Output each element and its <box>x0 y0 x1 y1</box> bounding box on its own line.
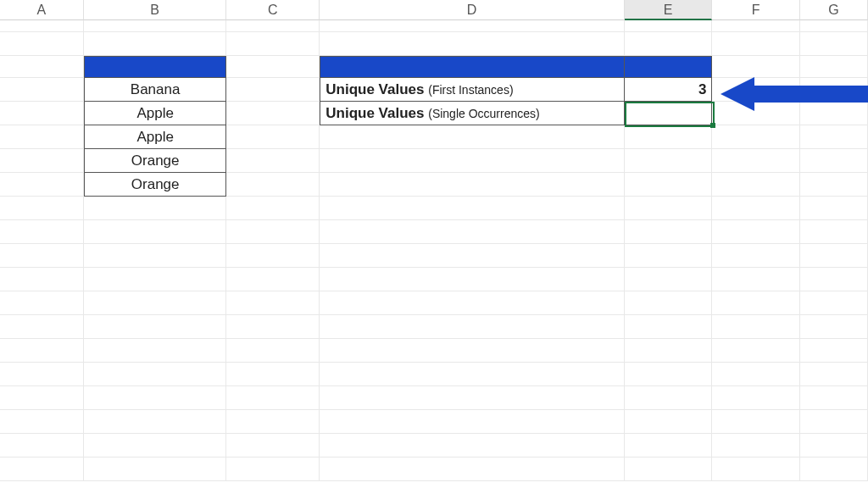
list-header[interactable] <box>84 56 227 78</box>
cell-A2[interactable] <box>0 32 84 56</box>
row-8: Orange <box>0 173 868 197</box>
cell-G7[interactable] <box>800 149 868 173</box>
cell-A8[interactable] <box>0 173 84 197</box>
row-4: Banana Unique Values (First Instances) 3 <box>0 78 868 102</box>
cell-F6[interactable] <box>712 125 800 149</box>
summary-row2-label[interactable]: Unique Values (Single Occurrences) <box>320 102 624 125</box>
row-16 <box>0 363 868 386</box>
cell-E6[interactable] <box>625 125 713 149</box>
row-2 <box>0 32 868 56</box>
row-13 <box>0 291 868 315</box>
cell-C1[interactable] <box>226 20 320 32</box>
cell-D6[interactable] <box>320 125 624 149</box>
col-header-B[interactable]: B <box>84 0 227 20</box>
row-11 <box>0 244 868 268</box>
cell-D2[interactable] <box>320 32 624 56</box>
cell-C6[interactable] <box>226 125 320 149</box>
cell-A4[interactable] <box>0 78 84 102</box>
summary-row1-label[interactable]: Unique Values (First Instances) <box>320 78 624 102</box>
cell-A1[interactable] <box>0 20 84 32</box>
list-item[interactable]: Banana <box>84 78 227 102</box>
cell-D1[interactable] <box>320 20 624 32</box>
row-6: Apple <box>0 125 868 149</box>
cell-E7[interactable] <box>625 149 713 173</box>
label-bold: Unique Values <box>326 105 428 121</box>
col-header-D[interactable]: D <box>320 0 624 20</box>
column-headers: A B C D E F G <box>0 0 868 20</box>
cell-F1[interactable] <box>712 20 800 32</box>
label-small: (First Instances) <box>428 83 513 97</box>
summary-header-E[interactable] <box>625 56 713 78</box>
cell-F5[interactable] <box>712 102 800 125</box>
cell-C2[interactable] <box>226 32 320 56</box>
row-14 <box>0 315 868 339</box>
list-item[interactable]: Orange <box>84 173 227 197</box>
spreadsheet-grid[interactable]: A B C D E F G <box>0 0 868 488</box>
cell-C3[interactable] <box>226 56 320 78</box>
cell-E1[interactable] <box>625 20 713 32</box>
row-7: Orange <box>0 149 868 173</box>
row-3 <box>0 56 868 78</box>
col-header-E[interactable]: E <box>625 0 713 20</box>
cell-C5[interactable] <box>226 102 320 125</box>
list-item[interactable]: Orange <box>84 149 227 173</box>
col-header-G[interactable]: G <box>800 0 868 20</box>
cells-area: Banana Unique Values (First Instances) 3… <box>0 20 868 481</box>
row-18 <box>0 410 868 434</box>
cell-G1[interactable] <box>800 20 868 32</box>
row-20 <box>0 458 868 481</box>
row-12 <box>0 268 868 291</box>
cell-G4[interactable] <box>800 78 868 102</box>
cell-F8[interactable] <box>712 173 800 197</box>
cell-F4[interactable] <box>712 78 800 102</box>
cell-C7[interactable] <box>226 149 320 173</box>
summary-row1-value[interactable]: 3 <box>625 78 713 102</box>
cell-G5[interactable] <box>800 102 868 125</box>
cell-A5[interactable] <box>0 102 84 125</box>
col-header-F[interactable]: F <box>712 0 800 20</box>
cell-G6[interactable] <box>800 125 868 149</box>
row-17 <box>0 386 868 410</box>
cell-B2[interactable] <box>84 32 227 56</box>
label-bold: Unique Values <box>326 81 428 97</box>
summary-row2-value[interactable] <box>625 102 713 125</box>
col-header-A[interactable]: A <box>0 0 84 20</box>
cell-D8[interactable] <box>320 173 624 197</box>
row-10 <box>0 220 868 244</box>
cell-F7[interactable] <box>712 149 800 173</box>
cell-E2[interactable] <box>625 32 713 56</box>
cell-C8[interactable] <box>226 173 320 197</box>
row-1 <box>0 20 868 32</box>
list-item[interactable]: Apple <box>84 125 227 149</box>
cell-A7[interactable] <box>0 149 84 173</box>
row-15 <box>0 339 868 363</box>
row-5: Apple Unique Values (Single Occurrences) <box>0 102 868 125</box>
cell-F2[interactable] <box>712 32 800 56</box>
cell-A3[interactable] <box>0 56 84 78</box>
cell-B1[interactable] <box>84 20 227 32</box>
list-item[interactable]: Apple <box>84 102 227 125</box>
cell-G2[interactable] <box>800 32 868 56</box>
row-19 <box>0 434 868 458</box>
cell-G8[interactable] <box>800 173 868 197</box>
label-small: (Single Occurrences) <box>428 107 540 120</box>
summary-header-D[interactable] <box>320 56 624 78</box>
cell-C4[interactable] <box>226 78 320 102</box>
cell-F3[interactable] <box>712 56 800 78</box>
cell-D7[interactable] <box>320 149 624 173</box>
row-9 <box>0 197 868 220</box>
cell-G3[interactable] <box>800 56 868 78</box>
cell-A6[interactable] <box>0 125 84 149</box>
cell-E8[interactable] <box>625 173 713 197</box>
col-header-C[interactable]: C <box>226 0 320 20</box>
